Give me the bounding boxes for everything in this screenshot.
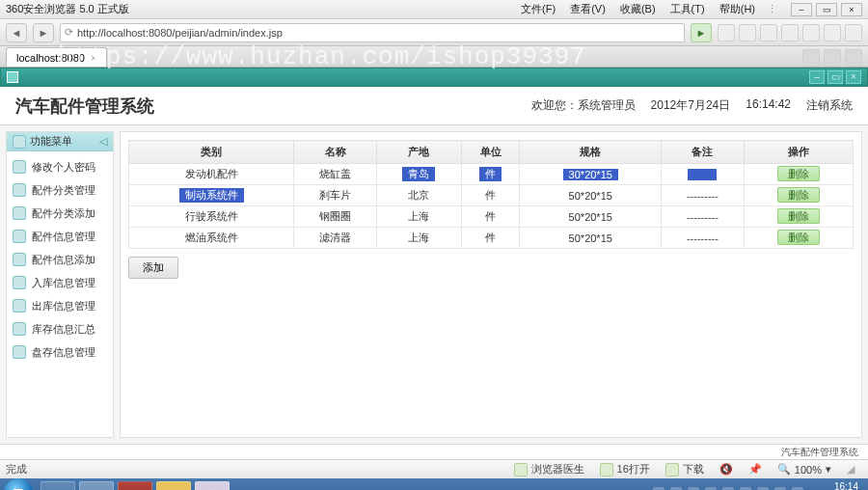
status-mute-icon[interactable]: 🔇 (719, 463, 733, 476)
sidebar: 功能菜单 ◁ 修改个人密码配件分类管理配件分类添加配件信息管理配件信息添加入库信… (6, 131, 114, 438)
status-open[interactable]: 16打开 (617, 462, 650, 476)
sidebar-item-0[interactable]: 修改个人密码 (7, 155, 113, 178)
window-minimize[interactable]: – (791, 3, 812, 16)
table-cell: 制动系统件 (129, 185, 294, 206)
menu-more-icon[interactable]: ⋮ (767, 3, 777, 15)
content-panel: 类别名称产地单位规格备注操作 发动机配件烧缸盖青岛件30*20*15 删除制动系… (120, 131, 862, 438)
table-cell[interactable]: 删除 (744, 164, 853, 185)
go-button[interactable]: ► (691, 23, 712, 42)
data-table: 类别名称产地单位规格备注操作 发动机配件烧缸盖青岛件30*20*15 删除制动系… (128, 140, 854, 249)
table-cell: 发动机配件 (129, 164, 294, 185)
delete-button[interactable]: 删除 (777, 166, 820, 181)
menu-file[interactable]: 文件(F) (521, 3, 556, 14)
sidebar-item-icon (13, 345, 26, 359)
footer-text: 汽车配件管理系统 (781, 447, 858, 457)
download-icon[interactable] (739, 24, 756, 41)
sidebar-item-8[interactable]: 盘存信息管理 (7, 340, 113, 364)
app-minimize[interactable]: – (809, 70, 825, 84)
sidebar-item-1[interactable]: 配件分类管理 (7, 178, 113, 202)
table-cell[interactable]: 删除 (744, 185, 853, 206)
open-icon[interactable] (600, 463, 613, 476)
tab-screenshot-icon[interactable] (845, 49, 862, 67)
table-cell[interactable]: 删除 (744, 228, 853, 249)
menu-view[interactable]: 查看(V) (570, 3, 606, 14)
menu-help[interactable]: 帮助(H) (719, 3, 755, 14)
table-cell[interactable]: 删除 (744, 206, 853, 228)
back-button[interactable]: ◄ (6, 23, 27, 42)
menu-tools[interactable]: 工具(T) (670, 3, 705, 14)
table-row: 燃油系统件滤清器上海件50*20*15---------删除 (129, 228, 854, 249)
table-header: 操作 (744, 141, 853, 164)
task-explorer[interactable] (156, 481, 191, 490)
table-header: 产地 (376, 141, 461, 164)
tab-list-icon[interactable] (824, 49, 841, 67)
table-header: 规格 (520, 141, 662, 164)
window-restore[interactable]: ▭ (816, 3, 837, 16)
shield-icon[interactable] (802, 24, 820, 41)
sidebar-item-icon (13, 276, 26, 289)
address-bar[interactable]: ⟳ http://localhost:8080/peijian/admin/in… (60, 23, 685, 42)
gear-icon[interactable] (760, 24, 777, 41)
table-cell: --------- (662, 228, 745, 249)
doctor-icon[interactable] (514, 463, 528, 476)
table-cell: 件 (461, 206, 519, 228)
table-cell: 青岛 (376, 164, 461, 185)
sidebar-item-label: 修改个人密码 (32, 160, 95, 175)
sidebar-item-icon (13, 160, 26, 174)
sidebar-item-icon (13, 206, 26, 220)
task-360[interactable]: e (79, 481, 114, 490)
sidebar-item-label: 盘存信息管理 (32, 345, 95, 360)
app-close[interactable]: × (846, 70, 861, 84)
tab-newtab-icon[interactable] (802, 49, 820, 67)
browser-title: 360安全浏览器 5.0 正式版 (6, 2, 129, 16)
forward-button[interactable]: ► (33, 23, 54, 42)
flag-icon[interactable] (781, 24, 799, 41)
delete-button[interactable]: 删除 (777, 230, 820, 245)
resize-grip-icon[interactable]: ◢ (847, 463, 854, 476)
delete-button[interactable]: 删除 (777, 187, 820, 203)
table-header: 类别 (129, 141, 294, 164)
sidebar-item-5[interactable]: 入库信息管理 (7, 271, 113, 294)
sidebar-item-label: 配件信息添加 (32, 253, 95, 267)
add-button[interactable]: 添加 (128, 257, 178, 279)
sidebar-item-4[interactable]: 配件信息添加 (7, 248, 113, 271)
sidebar-item-6[interactable]: 出库信息管理 (7, 294, 113, 317)
task-mysql[interactable] (118, 481, 152, 490)
sidebar-item-label: 入库信息管理 (32, 276, 95, 290)
sidebar-item-label: 配件信息管理 (32, 230, 95, 244)
sidebar-item-3[interactable]: 配件信息管理 (7, 225, 113, 248)
window-close[interactable]: × (841, 3, 862, 16)
logout-link[interactable]: 注销系统 (806, 97, 853, 114)
table-cell: 刹车片 (294, 185, 377, 206)
status-zoom[interactable]: 100% (795, 464, 822, 476)
sidebar-item-icon (13, 230, 26, 243)
table-cell: 50*20*15 (520, 206, 662, 228)
sidebar-toggle-icon[interactable]: ◁ (99, 135, 107, 148)
status-doctor[interactable]: 浏览器医生 (531, 462, 584, 476)
status-download[interactable]: 下载 (683, 462, 704, 476)
sidebar-item-2[interactable]: 配件分类添加 (7, 202, 113, 225)
app-title: 汽车配件管理系统 (15, 95, 154, 118)
delete-button[interactable]: 删除 (777, 208, 820, 224)
zoom-icon[interactable] (845, 24, 862, 41)
star-icon[interactable] (718, 24, 735, 41)
sidebar-item-7[interactable]: 库存信息汇总 (7, 317, 113, 340)
download-status-icon[interactable] (665, 463, 679, 476)
tool-icon[interactable] (824, 24, 841, 41)
clock[interactable]: 16:14 2012-07-24 (809, 481, 864, 490)
task-eclipse[interactable]: ◐ (195, 481, 230, 490)
tab-close-icon[interactable]: × (91, 52, 96, 64)
menu-fav[interactable]: 收藏(B) (620, 3, 656, 14)
table-cell: --------- (662, 185, 745, 206)
table-header: 名称 (294, 141, 377, 164)
task-ie[interactable]: e (41, 481, 75, 490)
tab-label: localhost:8080 (16, 52, 85, 64)
tab-localhost[interactable]: localhost:8080 × (6, 47, 107, 67)
app-maximize[interactable]: ▭ (827, 70, 843, 84)
welcome-text: 欢迎您：系统管理员 (531, 97, 636, 114)
status-pin-icon[interactable]: 📌 (748, 463, 762, 476)
sidebar-item-label: 配件分类管理 (32, 183, 95, 198)
table-row: 行驶系统件钢圈圈上海件50*20*15---------删除 (129, 206, 854, 228)
zoom-dropdown-icon[interactable]: ▾ (826, 463, 831, 476)
start-button[interactable]: ⊞ (4, 478, 33, 490)
